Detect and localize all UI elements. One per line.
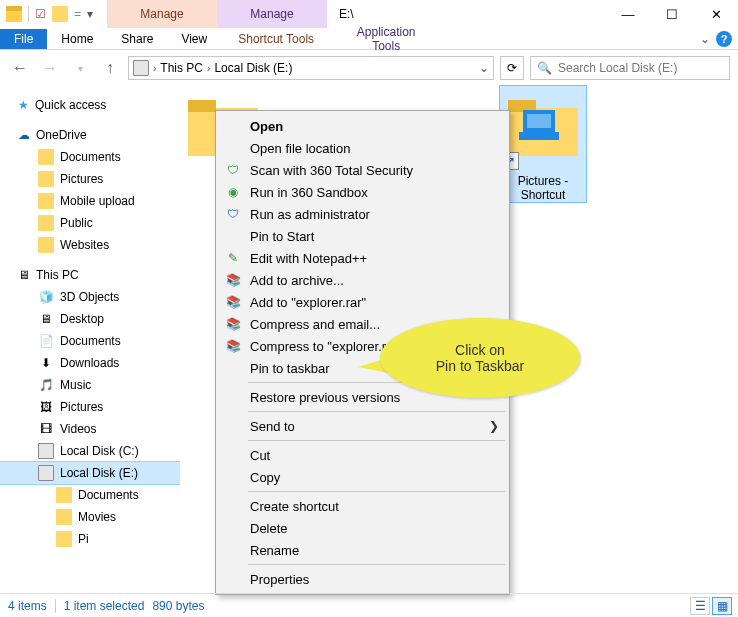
- tree-item[interactable]: ⬇Downloads: [0, 352, 180, 374]
- menu-item[interactable]: Properties: [218, 568, 507, 590]
- folder-icon: [38, 149, 54, 165]
- file-tab[interactable]: File: [0, 29, 47, 49]
- tree-item[interactable]: 📄Documents: [0, 330, 180, 352]
- drive-icon: [38, 465, 54, 481]
- menu-item-icon: 📚: [224, 337, 242, 355]
- tree-label: Local Disk (C:): [60, 444, 139, 458]
- contextual-tab-app-manage[interactable]: Manage: [217, 0, 327, 28]
- search-placeholder: Search Local Disk (E:): [558, 61, 677, 75]
- nav-tree[interactable]: ★Quick access ☁OneDrive DocumentsPicture…: [0, 86, 180, 592]
- home-tab[interactable]: Home: [47, 29, 107, 49]
- qat-dropdown[interactable]: ▾: [87, 7, 93, 21]
- qat-folder-icon[interactable]: [52, 6, 68, 22]
- tree-item[interactable]: Local Disk (E:): [0, 462, 180, 484]
- refresh-button[interactable]: ⟳: [500, 56, 524, 80]
- menu-item[interactable]: Delete: [218, 517, 507, 539]
- address-dropdown-icon[interactable]: ⌄: [479, 61, 489, 75]
- minimize-button[interactable]: —: [606, 0, 650, 28]
- drive-icon: [38, 443, 54, 459]
- forward-button[interactable]: →: [38, 56, 62, 80]
- menu-item-icon: 📚: [224, 293, 242, 311]
- file-item-selected[interactable]: ↗ Pictures -Shortcut: [500, 86, 586, 202]
- menu-item[interactable]: Create shortcut: [218, 495, 507, 517]
- menu-item[interactable]: Cut: [218, 444, 507, 466]
- history-dropdown[interactable]: ▾: [68, 56, 92, 80]
- menu-item[interactable]: Rename: [218, 539, 507, 561]
- tree-label: Documents: [60, 334, 121, 348]
- tree-label: 3D Objects: [60, 290, 119, 304]
- menu-item[interactable]: 🛡Scan with 360 Total Security: [218, 159, 507, 181]
- qat-check-icon[interactable]: ☑: [35, 7, 46, 21]
- close-button[interactable]: ✕: [694, 0, 738, 28]
- tree-item[interactable]: 🧊3D Objects: [0, 286, 180, 308]
- menu-item[interactable]: ✎Edit with Notepad++: [218, 247, 507, 269]
- svg-rect-8: [519, 132, 559, 140]
- help-button[interactable]: ?: [716, 31, 732, 47]
- status-count: 4 items: [8, 599, 47, 613]
- view-details-button[interactable]: ☰: [690, 597, 710, 615]
- tree-item[interactable]: 🎞Videos: [0, 418, 180, 440]
- file-label: Shortcut: [521, 188, 566, 202]
- tree-item[interactable]: Websites: [0, 234, 180, 256]
- crumb-thispc[interactable]: This PC›: [160, 61, 210, 75]
- menu-item[interactable]: Send to❯: [218, 415, 507, 437]
- shortcut-tools-tab[interactable]: Shortcut Tools: [221, 28, 331, 50]
- menu-item-label: Edit with Notepad++: [250, 251, 367, 266]
- menu-item[interactable]: Open: [218, 115, 507, 137]
- qat-eq-icon[interactable]: =: [74, 7, 81, 21]
- search-input[interactable]: 🔍 Search Local Disk (E:): [530, 56, 730, 80]
- view-icons-button[interactable]: ▦: [712, 597, 732, 615]
- ribbon-chevron-icon[interactable]: ⌄: [700, 32, 710, 46]
- menu-item[interactable]: 📚Add to archive...: [218, 269, 507, 291]
- folder-icon: [56, 509, 72, 525]
- tree-thispc[interactable]: 🖥This PC: [0, 264, 180, 286]
- menu-item-label: Rename: [250, 543, 299, 558]
- tree-item[interactable]: Pictures: [0, 168, 180, 190]
- address-bar[interactable]: › This PC› Local Disk (E:) ⌄: [128, 56, 494, 80]
- tree-item[interactable]: 🎵Music: [0, 374, 180, 396]
- back-button[interactable]: ←: [8, 56, 32, 80]
- up-button[interactable]: ↑: [98, 56, 122, 80]
- menu-item[interactable]: Copy: [218, 466, 507, 488]
- tree-onedrive[interactable]: ☁OneDrive: [0, 124, 180, 146]
- menu-item-label: Open file location: [250, 141, 350, 156]
- file-label: Pictures -: [518, 174, 569, 188]
- menu-separator: [248, 411, 505, 412]
- svg-rect-1: [6, 6, 22, 11]
- menu-item-label: Open: [250, 119, 283, 134]
- folder-icon: [38, 171, 54, 187]
- menu-item-label: Run as administrator: [250, 207, 370, 222]
- tree-item[interactable]: Mobile upload: [0, 190, 180, 212]
- svg-rect-3: [188, 100, 216, 112]
- tree-item[interactable]: 🖥Desktop: [0, 308, 180, 330]
- menu-item-label: Add to "explorer.rar": [250, 295, 366, 310]
- callout-text: Pin to Taskbar: [436, 358, 524, 374]
- menu-item-label: Cut: [250, 448, 270, 463]
- menu-item[interactable]: Open file location: [218, 137, 507, 159]
- tree-item[interactable]: Documents: [0, 484, 180, 506]
- share-tab[interactable]: Share: [107, 29, 167, 49]
- application-tools-tab[interactable]: Application Tools: [331, 21, 441, 57]
- menu-item[interactable]: 📚Add to "explorer.rar": [218, 291, 507, 313]
- menu-item[interactable]: ◉Run in 360 Sandbox: [218, 181, 507, 203]
- status-size: 890 bytes: [152, 599, 204, 613]
- tree-item[interactable]: Local Disk (C:): [0, 440, 180, 462]
- tree-item[interactable]: 🖼Pictures: [0, 396, 180, 418]
- menu-item-icon: 📚: [224, 271, 242, 289]
- menu-item[interactable]: 🛡Run as administrator: [218, 203, 507, 225]
- tree-quick-access[interactable]: ★Quick access: [0, 94, 180, 116]
- menu-item[interactable]: Pin to Start: [218, 225, 507, 247]
- menu-item-icon: 🛡: [224, 205, 242, 223]
- tree-item[interactable]: Pi: [0, 528, 180, 550]
- menu-item-label: Compress to "explorer.r: [250, 339, 386, 354]
- folder-type-icon: ⬇: [38, 355, 54, 371]
- tree-item[interactable]: Movies: [0, 506, 180, 528]
- view-tab[interactable]: View: [167, 29, 221, 49]
- crumb-drive[interactable]: Local Disk (E:): [214, 61, 292, 75]
- tree-item[interactable]: Documents: [0, 146, 180, 168]
- maximize-button[interactable]: ☐: [650, 0, 694, 28]
- contextual-tab-shortcut-manage[interactable]: Manage: [107, 0, 217, 28]
- tree-item[interactable]: Public: [0, 212, 180, 234]
- svg-rect-7: [527, 114, 551, 128]
- search-icon: 🔍: [537, 61, 552, 75]
